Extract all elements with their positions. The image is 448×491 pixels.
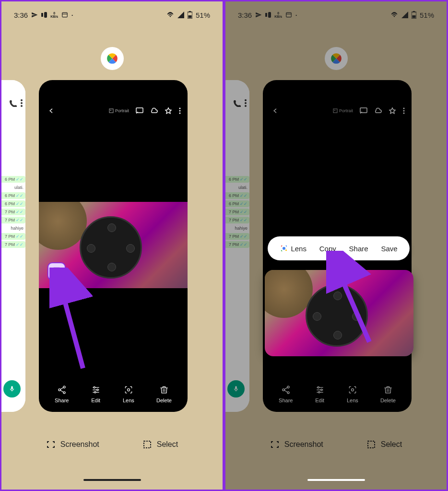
- photo-actions: Share Edit Lens Delete: [39, 385, 188, 403]
- kbs-indicator: 0KB/s: [274, 12, 282, 18]
- more-icon: [245, 99, 247, 107]
- recent-actions: Screenshot Select: [1, 440, 223, 449]
- more-vert-icon[interactable]: [403, 107, 405, 114]
- svg-point-8: [21, 102, 23, 104]
- svg-point-18: [63, 386, 65, 388]
- svg-point-29: [127, 389, 130, 391]
- calendar-icon: [61, 12, 68, 18]
- chat-list: 6 PM✓✓ ulati. 6 PM✓✓ 6 PM✓✓ 7 PM✓✓ 7 PM✓…: [0, 176, 25, 249]
- photo-header: Portrait: [263, 101, 412, 120]
- wifi-icon: [166, 12, 174, 18]
- star-icon[interactable]: [389, 107, 396, 115]
- cloud-icon[interactable]: [150, 107, 158, 114]
- battery-icon: [412, 11, 416, 19]
- svg-point-9: [21, 105, 23, 107]
- svg-point-42: [245, 102, 247, 104]
- lens-action[interactable]: Lens: [347, 385, 358, 403]
- edit-action[interactable]: Edit: [315, 385, 325, 403]
- delete-action[interactable]: Delete: [156, 385, 172, 403]
- svg-point-58: [318, 386, 319, 388]
- svg-rect-1: [44, 12, 47, 18]
- status-bar: 3:36 0KB/s • 51%: [1, 8, 223, 22]
- whatsapp-card[interactable]: 6 PM✓✓ ulati. 6 PM✓✓ 6 PM✓✓ 7 PM✓✓ 7 PM✓…: [224, 80, 249, 412]
- svg-point-15: [179, 113, 181, 114]
- star-icon[interactable]: [165, 107, 172, 115]
- clock: 3:36: [238, 11, 252, 19]
- svg-rect-40: [412, 15, 415, 18]
- svg-rect-10: [109, 109, 113, 113]
- svg-point-49: [403, 113, 405, 114]
- svg-point-47: [403, 108, 405, 109]
- portrait-chip[interactable]: Portrait: [109, 108, 129, 113]
- svg-rect-34: [265, 13, 267, 17]
- select-button[interactable]: Select: [366, 440, 402, 449]
- svg-rect-6: [188, 15, 191, 18]
- svg-line-22: [60, 390, 63, 392]
- google-photos-app-icon[interactable]: [325, 47, 348, 70]
- google-photos-app-icon[interactable]: [101, 47, 124, 70]
- cloud-icon[interactable]: [374, 107, 382, 114]
- kbs-indicator: 0KB/s: [50, 12, 58, 18]
- svg-point-26: [94, 386, 95, 388]
- signal-icon: [177, 12, 184, 18]
- cast-icon[interactable]: [360, 107, 367, 114]
- svg-rect-39: [413, 11, 415, 12]
- cast-icon[interactable]: [136, 107, 143, 114]
- svg-line-32: [58, 276, 83, 368]
- svg-rect-2: [62, 12, 68, 17]
- photo-actions: Share Edit Lens Delete: [263, 385, 412, 403]
- photo-header: Portrait: [39, 101, 188, 120]
- svg-point-7: [21, 99, 23, 101]
- more-vert-icon[interactable]: [179, 107, 181, 114]
- portrait-chip[interactable]: Portrait: [333, 108, 353, 113]
- calendar-icon: [285, 12, 292, 18]
- svg-point-43: [245, 105, 247, 107]
- svg-point-48: [403, 110, 405, 112]
- popup-save[interactable]: Save: [381, 245, 397, 253]
- svg-point-60: [318, 391, 319, 393]
- svg-rect-36: [286, 12, 292, 17]
- dot-icon: •: [295, 13, 297, 17]
- svg-point-11: [110, 110, 111, 111]
- svg-point-65: [283, 247, 285, 250]
- svg-point-19: [59, 389, 60, 391]
- edit-action[interactable]: Edit: [91, 385, 101, 403]
- whatsapp-card[interactable]: 6 PM✓✓ ulati. 6 PM✓✓ 6 PM✓✓ 7 PM✓✓ 7 PM✓…: [0, 80, 25, 412]
- send-icon: [255, 12, 262, 18]
- status-bar: 3:36 0KB/s • 51%: [225, 8, 447, 22]
- lens-action[interactable]: Lens: [123, 385, 134, 403]
- select-button[interactable]: Select: [142, 440, 178, 449]
- indicator-icon: [41, 12, 47, 18]
- phone-icon: [233, 99, 241, 107]
- back-icon[interactable]: [46, 106, 54, 115]
- chat-list: 6 PM✓✓ ulati. 6 PM✓✓ 6 PM✓✓ 7 PM✓✓ 7 PM✓…: [224, 176, 249, 249]
- svg-rect-44: [333, 109, 337, 113]
- phone-right: 3:36 0KB/s • 51% 6 PM✓✓ ulati. 6 PM✓✓: [224, 0, 448, 491]
- svg-point-20: [63, 392, 65, 394]
- dot-icon: •: [71, 13, 73, 17]
- svg-point-28: [94, 391, 95, 393]
- nav-bar[interactable]: [307, 479, 365, 481]
- svg-point-27: [96, 389, 98, 390]
- nav-bar[interactable]: [83, 479, 141, 481]
- send-icon: [31, 12, 38, 18]
- share-action[interactable]: Share: [279, 385, 293, 403]
- screenshot-button[interactable]: Screenshot: [46, 440, 99, 449]
- svg-rect-5: [189, 11, 191, 12]
- svg-line-54: [284, 390, 287, 392]
- screenshot-button[interactable]: Screenshot: [270, 440, 323, 449]
- indicator-icon: [265, 12, 271, 18]
- svg-point-59: [320, 389, 322, 390]
- svg-line-53: [284, 387, 287, 389]
- mic-button[interactable]: [3, 380, 21, 397]
- share-action[interactable]: Share: [55, 385, 69, 403]
- more-icon: [21, 99, 23, 107]
- svg-point-50: [287, 386, 289, 388]
- popup-lens[interactable]: Lens: [280, 244, 307, 253]
- phone-icon: [9, 99, 17, 107]
- svg-point-66: [285, 249, 287, 251]
- delete-action[interactable]: Delete: [380, 385, 396, 403]
- back-icon[interactable]: [270, 106, 278, 115]
- svg-point-52: [287, 392, 289, 394]
- mic-button[interactable]: [227, 380, 245, 397]
